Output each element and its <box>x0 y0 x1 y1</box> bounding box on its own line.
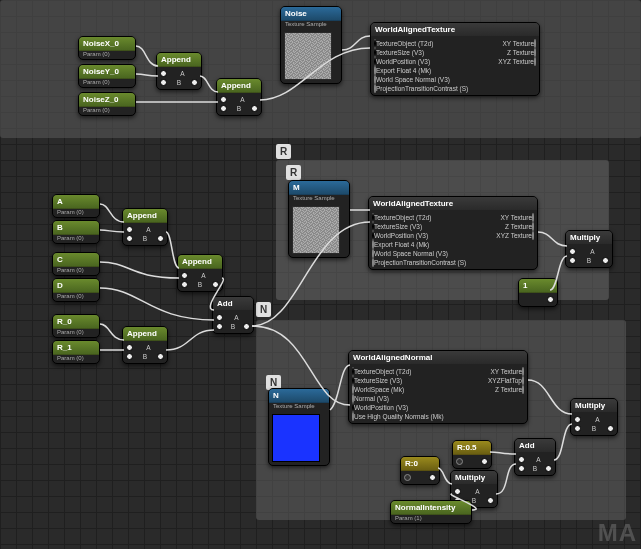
input-pin[interactable] <box>181 281 188 288</box>
input-pin[interactable] <box>181 272 188 279</box>
node-title: Append <box>123 209 167 223</box>
input-pin[interactable] <box>574 416 581 423</box>
function-world-aligned-normal[interactable]: WorldAlignedNormal TextureObject (T2d)XY… <box>348 350 528 424</box>
output-pin[interactable] <box>532 231 534 240</box>
param-noise-x[interactable]: NoiseX_0 Param (0) <box>78 36 136 60</box>
node-title: M <box>289 181 349 195</box>
input-pin[interactable] <box>126 235 133 242</box>
texture-thumbnail <box>272 414 320 462</box>
function-world-aligned-texture-1[interactable]: WorldAlignedTexture TextureObject (T2d)X… <box>370 22 540 96</box>
node-sub: Param (0) <box>79 51 135 59</box>
param-r0[interactable]: R_0 Param (0) <box>52 314 100 338</box>
output-pin[interactable] <box>429 474 436 481</box>
output-pin[interactable] <box>602 257 609 264</box>
output-pin[interactable] <box>481 458 488 465</box>
output-pin[interactable] <box>607 425 614 432</box>
append-node-2[interactable]: Append A B <box>216 78 262 116</box>
add-node-2[interactable]: Add A B <box>514 438 556 476</box>
input-pin[interactable] <box>126 344 133 351</box>
input-pin[interactable] <box>160 70 167 77</box>
output-pin[interactable] <box>532 213 534 222</box>
input-pin[interactable] <box>569 248 576 255</box>
input-pin[interactable] <box>126 353 133 360</box>
node-title: Multiply <box>451 471 497 485</box>
output-pin[interactable] <box>534 39 536 48</box>
output-pin[interactable] <box>157 353 164 360</box>
node-title: Add <box>213 297 253 311</box>
node-sub: Param (0) <box>53 329 99 337</box>
output-pin[interactable] <box>532 222 534 231</box>
node-sub: Param (0) <box>53 355 99 363</box>
param-noise-y[interactable]: NoiseY_0 Param (0) <box>78 64 136 88</box>
node-sub: Param (1) <box>391 515 471 523</box>
input-pin[interactable] <box>404 474 411 481</box>
texture-normal[interactable]: N Texture Sample <box>268 388 330 466</box>
param-normal-intensity[interactable]: NormalIntensity Param (1) <box>390 500 472 524</box>
input-pin[interactable] <box>518 456 525 463</box>
output-pin[interactable] <box>522 376 524 385</box>
output-pin[interactable] <box>157 235 164 242</box>
output-pin[interactable] <box>522 367 524 376</box>
output-pin[interactable] <box>534 48 536 57</box>
input-pin[interactable] <box>126 226 133 233</box>
input-pin[interactable] <box>456 458 463 465</box>
const-y-node[interactable]: R:0.5 <box>452 440 492 469</box>
param-b[interactable]: B Param (0) <box>52 220 100 244</box>
param-d[interactable]: D Param (0) <box>52 278 100 302</box>
output-pin[interactable] <box>243 323 250 330</box>
output-pin[interactable] <box>547 296 554 303</box>
param-noise-z[interactable]: NoiseZ_0 Param (0) <box>78 92 136 116</box>
output-pin[interactable] <box>191 79 198 86</box>
node-title: Multiply <box>571 399 617 413</box>
input-pin[interactable] <box>220 96 227 103</box>
constant-node[interactable]: 1 <box>518 278 558 307</box>
region-label-r-outer: R <box>276 144 291 159</box>
input-pin[interactable] <box>518 465 525 472</box>
node-title: N <box>269 389 329 403</box>
append-node-1[interactable]: Append A B <box>156 52 202 90</box>
multiply-node-1[interactable]: Multiply A B <box>565 230 613 268</box>
param-a[interactable]: A Param (0) <box>52 194 100 218</box>
output-pin[interactable] <box>251 105 258 112</box>
node-title: A <box>53 195 99 209</box>
add-node[interactable]: Add A B <box>212 296 254 334</box>
texture-noise[interactable]: Noise Texture Sample <box>280 6 342 84</box>
node-title: NoiseY_0 <box>79 65 135 79</box>
input-pin[interactable] <box>454 488 461 495</box>
output-pin[interactable] <box>487 497 494 504</box>
input-pin[interactable] <box>216 314 223 321</box>
region-label-r-inner: R <box>286 165 301 180</box>
node-sub: Texture Sample <box>289 195 349 203</box>
node-sub: Texture Sample <box>281 21 341 29</box>
append-node-4[interactable]: Append A B <box>177 254 223 292</box>
node-title: NormalIntensity <box>391 501 471 515</box>
param-r1[interactable]: R_1 Param (0) <box>52 340 100 364</box>
texture-thumbnail <box>292 206 340 254</box>
node-sub: Param (0) <box>53 209 99 217</box>
node-sub: Param (0) <box>53 293 99 301</box>
const-r-node[interactable]: R:0 <box>400 456 440 485</box>
input-pin[interactable] <box>216 323 223 330</box>
node-sub: Param (0) <box>79 107 135 115</box>
append-node-3[interactable]: Append A B <box>122 208 168 246</box>
node-title: C <box>53 253 99 267</box>
node-title: Append <box>178 255 222 269</box>
texture-mid[interactable]: M Texture Sample <box>288 180 350 258</box>
node-title: R_0 <box>53 315 99 329</box>
param-c[interactable]: C Param (0) <box>52 252 100 276</box>
output-pin[interactable] <box>534 57 536 66</box>
input-pin[interactable] <box>574 425 581 432</box>
output-pin[interactable] <box>212 281 219 288</box>
node-title: R_1 <box>53 341 99 355</box>
output-pin[interactable] <box>545 465 552 472</box>
input-pin[interactable] <box>569 257 576 264</box>
input-pin[interactable] <box>220 105 227 112</box>
input-pin[interactable] <box>160 79 167 86</box>
node-sub: Texture Sample <box>269 403 329 411</box>
append-node-5[interactable]: Append A B <box>122 326 168 364</box>
watermark-text: MA <box>598 519 637 547</box>
node-title: R:0.5 <box>453 441 491 455</box>
multiply-node-2[interactable]: Multiply A B <box>570 398 618 436</box>
function-world-aligned-texture-2[interactable]: WorldAlignedTexture TextureObject (T2d)X… <box>368 196 538 270</box>
output-pin[interactable] <box>522 385 524 394</box>
